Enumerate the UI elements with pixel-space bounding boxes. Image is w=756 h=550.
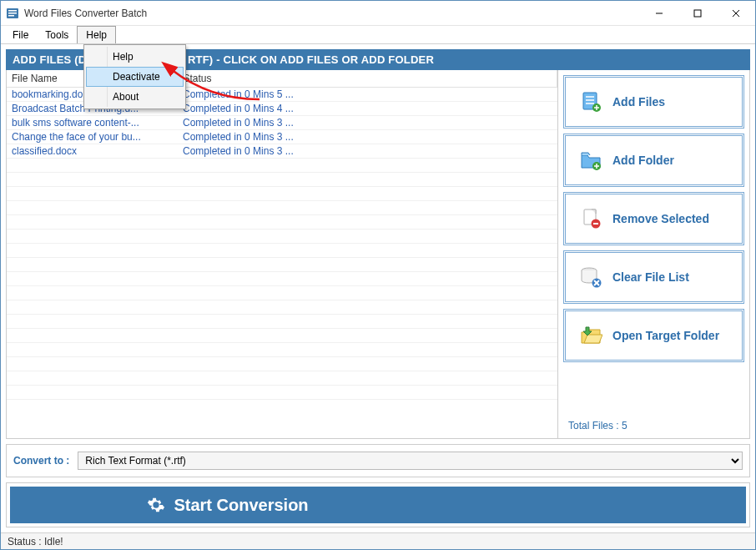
cell-filename [7, 315, 178, 329]
table-row [7, 300, 557, 315]
cell-filename [7, 371, 178, 386]
help-dropdown: Help Deactivate About [83, 44, 186, 109]
window-controls [640, 1, 755, 25]
cell-status [178, 201, 557, 215]
cell-status [178, 286, 557, 300]
clear-list-label: Clear File List [612, 270, 689, 284]
app-icon [6, 7, 19, 20]
menu-help-deactivate[interactable]: Deactivate [86, 67, 184, 87]
gear-icon [147, 496, 165, 514]
table-row [7, 315, 557, 329]
file-table: File Name Status bookmarking.docxComplet… [7, 70, 557, 438]
cell-status: Completed in 0 Mins 3 ... [178, 130, 557, 144]
remove-selected-button[interactable]: Remove Selected [563, 192, 744, 245]
add-files-label: Add Files [612, 95, 665, 108]
table-row[interactable]: Change the face of your bu...Completed i… [7, 130, 557, 144]
start-conversion-button[interactable]: Start Conversion [10, 487, 746, 523]
add-folder-label: Add Folder [612, 154, 674, 167]
cell-filename: classified.docx [7, 144, 178, 159]
svg-rect-1 [8, 10, 17, 12]
table-row[interactable]: bulk sms software content-...Completed i… [7, 116, 557, 130]
cell-filename [7, 343, 178, 357]
cell-filename [7, 300, 178, 315]
menu-help-about[interactable]: About [86, 87, 184, 107]
table-row [7, 286, 557, 300]
cell-status [178, 371, 557, 386]
clear-list-button[interactable]: Clear File List [563, 250, 744, 304]
cell-status [178, 315, 557, 329]
open-target-button[interactable]: Open Target Folder [563, 309, 744, 362]
add-files-icon [579, 90, 602, 114]
cell-status: Completed in 0 Mins 5 ... [178, 88, 557, 102]
cell-filename [7, 329, 178, 343]
cell-status [178, 386, 557, 400]
close-button[interactable] [717, 1, 755, 25]
cell-status [178, 343, 557, 357]
table-row [7, 272, 557, 286]
cell-filename [7, 159, 178, 173]
start-conversion-label: Start Conversion [174, 496, 308, 515]
total-files-label: Total Files : 5 [563, 415, 744, 433]
table-row [7, 201, 557, 215]
convert-to-label: Convert to : [13, 455, 69, 467]
convert-row: Convert to : Rich Text Format (*.rtf) [6, 444, 750, 477]
col-status[interactable]: Status [178, 70, 557, 88]
table-row [7, 386, 557, 400]
convert-format-select[interactable]: Rich Text Format (*.rtf) [78, 452, 743, 470]
cell-filename [7, 357, 178, 371]
cell-status [178, 215, 557, 230]
cell-filename [7, 272, 178, 286]
cell-status [178, 173, 557, 187]
menu-tools[interactable]: Tools [37, 26, 77, 43]
cell-status [178, 244, 557, 258]
cell-status: Completed in 0 Mins 3 ... [178, 144, 557, 159]
svg-rect-2 [8, 13, 17, 14]
cell-filename: Change the face of your bu... [7, 130, 178, 144]
minimize-button[interactable] [640, 1, 678, 25]
cell-filename [7, 230, 178, 244]
status-bar: Status : Idle! [1, 532, 755, 549]
title-bar: Word Files Converter Batch [1, 1, 755, 26]
clear-list-icon [579, 265, 602, 289]
table-row [7, 230, 557, 244]
menu-help-help[interactable]: Help [86, 47, 184, 67]
cell-filename [7, 386, 178, 400]
remove-selected-icon [579, 207, 602, 230]
open-target-label: Open Target Folder [612, 329, 719, 342]
cell-status [178, 357, 557, 371]
add-folder-button[interactable]: Add Folder [563, 134, 744, 187]
cell-filename [7, 187, 178, 201]
remove-selected-label: Remove Selected [612, 212, 709, 225]
cell-filename [7, 201, 178, 215]
table-row [7, 258, 557, 272]
start-wrap: Start Conversion [6, 482, 750, 527]
menu-file[interactable]: File [4, 26, 37, 43]
table-row[interactable]: classified.docxCompleted in 0 Mins 3 ... [7, 144, 557, 159]
table-row [7, 357, 557, 371]
window-title: Word Files Converter Batch [24, 8, 147, 19]
sidebar: Add Files Add Folder Remove Selected [557, 70, 749, 438]
cell-status [178, 329, 557, 343]
cell-status: Completed in 0 Mins 4 ... [178, 102, 557, 116]
table-row [7, 159, 557, 173]
add-files-button[interactable]: Add Files [563, 75, 744, 129]
cell-status: Completed in 0 Mins 3 ... [178, 116, 557, 130]
table-row [7, 173, 557, 187]
menu-help[interactable]: Help [77, 26, 116, 43]
table-row [7, 187, 557, 201]
cell-filename [7, 244, 178, 258]
table-row [7, 329, 557, 343]
cell-filename [7, 173, 178, 187]
cell-filename [7, 215, 178, 230]
cell-status [178, 300, 557, 315]
main-content: ADD FILES (DOC, DOCX, DOCM, RTF) - CLICK… [1, 44, 755, 532]
status-text: Status : Idle! [8, 536, 63, 547]
work-area: File Name Status bookmarking.docxComplet… [6, 70, 750, 439]
cell-filename [7, 286, 178, 300]
svg-rect-3 [8, 15, 14, 17]
add-folder-icon [579, 149, 602, 172]
cell-status [178, 258, 557, 272]
maximize-button[interactable] [678, 1, 717, 25]
cell-status [178, 272, 557, 286]
cell-filename [7, 258, 178, 272]
